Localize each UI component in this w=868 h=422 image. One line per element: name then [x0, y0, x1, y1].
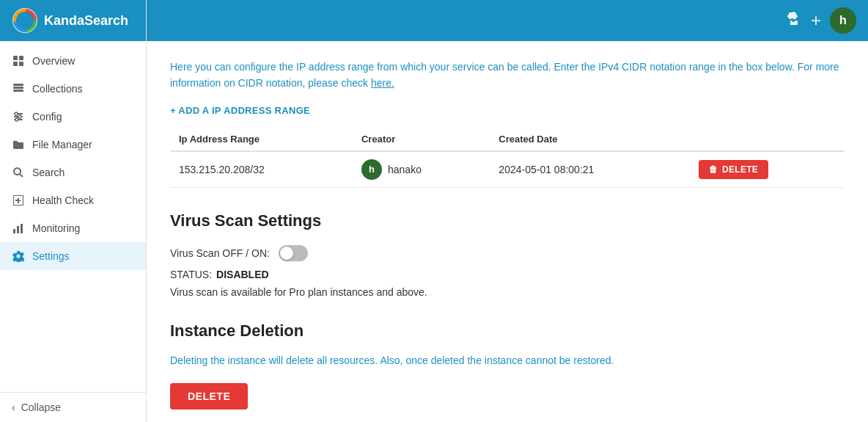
sidebar-item-monitoring[interactable]: Monitoring: [0, 214, 146, 242]
sidebar-item-label: Settings: [32, 250, 70, 262]
topbar: + h: [147, 0, 868, 41]
sidebar-item-label: Overview: [32, 55, 75, 67]
svg-rect-4: [19, 62, 23, 66]
svg-rect-6: [13, 90, 23, 92]
sidebar-item-file-manager[interactable]: File Manager: [0, 131, 146, 159]
grid-icon: [12, 54, 25, 68]
logo-text: KandaSearch: [44, 13, 128, 29]
nav-menu: Overview Collections: [0, 41, 146, 392]
sidebar: KandaSearch Overview: [0, 0, 147, 422]
table-row: 153.215.20.208/32 h hanako 2024-05-01 08…: [170, 151, 845, 188]
content-area: Here you can configure the IP address ra…: [147, 41, 868, 422]
created-date-cell: 2024-05-01 08:00:21: [490, 151, 689, 188]
info-text-body: Here you can configure the IP address ra…: [170, 61, 839, 89]
sidebar-item-label: File Manager: [32, 139, 92, 150]
collapse-label: Collapse: [21, 401, 61, 413]
add-ip-label: + ADD A IP ADDRESS RANGE: [170, 105, 310, 116]
sidebar-item-label: Config: [32, 111, 62, 123]
svg-rect-3: [13, 62, 18, 66]
collapse-button[interactable]: ‹ Collapse: [0, 392, 146, 422]
sidebar-item-label: Monitoring: [32, 222, 80, 234]
gear-icon: [12, 250, 25, 263]
add-ip-button[interactable]: + ADD A IP ADDRESS RANGE: [170, 105, 310, 116]
chevron-left-icon: ‹: [12, 401, 15, 413]
sidebar-item-health-check[interactable]: Health Check: [0, 186, 146, 214]
search-icon: [12, 166, 25, 179]
delete-ip-label: DELETE: [722, 164, 758, 175]
puzzle-icon[interactable]: [786, 11, 802, 31]
svg-point-11: [15, 112, 18, 115]
sidebar-item-label: Search: [32, 167, 65, 178]
creator-name: hanako: [388, 164, 422, 175]
delete-instance-button[interactable]: DELETE: [170, 383, 248, 410]
status-value: DISABLED: [216, 269, 269, 280]
virus-scan-toggle-row: Virus Scan OFF / ON:: [170, 245, 845, 261]
sidebar-item-search[interactable]: Search: [0, 159, 146, 186]
sidebar-item-collections[interactable]: Collections: [0, 75, 146, 103]
creator-avatar: h: [361, 159, 382, 180]
bar-chart-icon: [12, 222, 25, 235]
virus-scan-title: Virus Scan Settings: [170, 211, 845, 230]
ip-range-info: Here you can configure the IP address ra…: [170, 59, 845, 92]
status-label: STATUS:: [170, 269, 212, 280]
virus-scan-note: Virus scan is available for Pro plan ins…: [170, 286, 845, 298]
layers-icon: [12, 82, 25, 95]
sidebar-item-label: Health Check: [32, 194, 94, 206]
delete-ip-button[interactable]: 🗑 DELETE: [699, 160, 768, 179]
cidr-link[interactable]: here.: [371, 77, 394, 89]
folder-icon: [12, 138, 25, 151]
logo-area: KandaSearch: [0, 0, 146, 41]
col-header-date: Created Date: [490, 128, 689, 151]
svg-point-13: [15, 118, 18, 121]
logo-icon: [12, 7, 38, 34]
ip-range-cell: 153.215.20.208/32: [170, 151, 353, 188]
plus-icon[interactable]: +: [811, 10, 821, 31]
svg-rect-17: [17, 226, 19, 233]
svg-point-12: [18, 115, 21, 118]
svg-rect-7: [13, 84, 23, 86]
svg-rect-5: [13, 87, 23, 89]
svg-line-15: [21, 175, 23, 178]
virus-scan-toggle-label: Virus Scan OFF / ON:: [170, 247, 270, 259]
sliders-icon: [12, 110, 25, 123]
sidebar-item-label: Collections: [32, 83, 82, 95]
plus-square-icon: [12, 194, 25, 207]
svg-rect-18: [21, 224, 23, 233]
virus-scan-toggle[interactable]: [279, 245, 308, 261]
svg-rect-2: [19, 56, 23, 60]
col-header-creator: Creator: [353, 128, 490, 151]
col-header-actions: [690, 128, 845, 151]
toggle-thumb: [280, 247, 293, 260]
svg-rect-16: [13, 229, 15, 233]
trash-icon: 🗑: [709, 164, 718, 175]
sidebar-item-overview[interactable]: Overview: [0, 47, 146, 75]
sidebar-item-config[interactable]: Config: [0, 103, 146, 131]
creator-cell: h hanako: [353, 151, 490, 188]
action-cell: 🗑 DELETE: [690, 151, 845, 188]
svg-point-14: [14, 168, 21, 175]
svg-rect-1: [13, 56, 18, 60]
user-avatar[interactable]: h: [830, 7, 856, 34]
col-header-ip: Ip Address Range: [170, 128, 353, 151]
virus-scan-status-row: STATUS: DISABLED: [170, 269, 845, 280]
ip-table: Ip Address Range Creator Created Date 15…: [170, 128, 845, 188]
instance-deletion-title: Instance Deletion: [170, 321, 845, 341]
main-area: + h Here you can configure the IP addres…: [147, 0, 868, 422]
sidebar-item-settings[interactable]: Settings: [0, 242, 146, 270]
deletion-warning: Deleting the instance will delete all re…: [170, 352, 845, 368]
